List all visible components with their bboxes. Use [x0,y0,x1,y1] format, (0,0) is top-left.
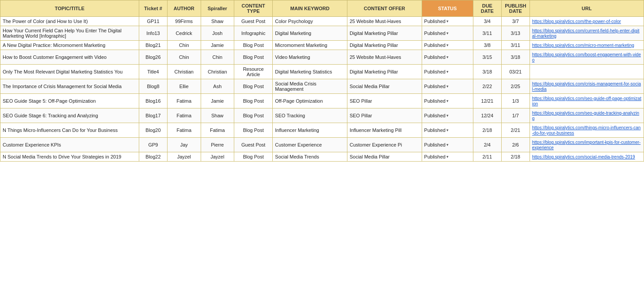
cell-status[interactable]: Published▾ [422,152,473,162]
status-dropdown-arrow[interactable]: ▾ [446,99,449,103]
cell-content-type: Blog Post [234,79,273,94]
cell-due-date: 2/11 [473,152,501,162]
table-row: SEO Guide Stage 6: Tracking and Analyzin… [0,108,644,123]
status-dropdown-arrow[interactable]: ▾ [446,43,449,47]
cell-url[interactable]: https://blog.spiralytics.com/crisis-mana… [530,79,644,94]
table-row: A New Digital Practice: Micromoment Mark… [0,41,644,50]
cell-content-type: Blog Post [234,152,273,162]
cell-url[interactable]: https://blog.spiralytics.com/current-fie… [530,26,644,41]
cell-url[interactable]: https://blog.spiralytics.com/seo-guide-t… [530,108,644,123]
url-link[interactable]: https://blog.spiralytics.com/things-micr… [532,125,641,135]
cell-url[interactable]: https://blog.spiralytics.com/boost-engag… [530,50,644,65]
cell-author: Fatima [167,123,201,138]
url-link[interactable]: https://blog.spiralytics.com/the-power-o… [532,19,621,24]
table-row: N Things Micro-Influencers Can Do for Yo… [0,123,644,138]
status-dropdown-arrow[interactable]: ▾ [446,155,449,159]
cell-content-offer: Social Media Pillar [347,152,422,162]
cell-content-offer: 25 Website Must-Haves [347,50,422,65]
cell-content-offer: Social Media Pillar [347,79,422,94]
status-dropdown-arrow[interactable]: ▾ [446,143,449,147]
cell-spiraller: Fatima [201,123,234,138]
cell-content-offer: Digital Marketing Pillar [347,41,422,50]
cell-spiraller: Shaw [201,108,234,123]
cell-status[interactable]: Published▾ [422,26,473,41]
cell-content-offer: Digital Marketing Pillar [347,65,422,79]
cell-ticket: GP11 [139,17,167,26]
cell-status[interactable]: Published▾ [422,138,473,152]
cell-main-keyword: Digital Marketing Statistics [273,65,347,79]
cell-status[interactable]: Published▾ [422,50,473,65]
cell-content-offer: Digital Marketing Pillar [347,26,422,41]
cell-due-date: 12/21 [473,94,501,108]
status-dropdown-arrow[interactable]: ▾ [446,128,449,132]
cell-content-offer: SEO Pillar [347,108,422,123]
cell-author: Cedrick [167,26,201,41]
cell-topic: N Social Media Trends to Drive Your Stra… [0,152,139,162]
cell-author: Jay [167,138,201,152]
cell-status[interactable]: Published▾ [422,17,473,26]
status-dropdown-arrow[interactable]: ▾ [446,55,449,59]
cell-main-keyword: Influencer Marketing [273,123,347,138]
url-link[interactable]: https://blog.spiralytics.com/crisis-mana… [532,81,641,92]
cell-author: Chin [167,41,201,50]
cell-content-type: Blog Post [234,123,273,138]
cell-author: Fatima [167,108,201,123]
cell-spiraller: Chin [201,50,234,65]
table-header-row: TOPIC/TITLE Ticket # AUTHOR Spiraller CO… [0,0,644,17]
cell-content-type: Blog Post [234,50,273,65]
table-row: N Social Media Trends to Drive Your Stra… [0,152,644,162]
cell-url[interactable]: https://blog.spiralytics.com/micro-momen… [530,41,644,50]
table-row: SEO Guide Stage 5: Off-Page Optimization… [0,94,644,108]
url-link[interactable]: https://blog.spiralytics.com/current-fie… [532,28,640,39]
cell-author: Ellie [167,79,201,94]
cell-due-date: 3/11 [473,26,501,41]
status-dropdown-arrow[interactable]: ▾ [446,70,449,74]
cell-topic: The Importance of Crisis Management for … [0,79,139,94]
status-dropdown-arrow[interactable]: ▾ [446,19,449,23]
url-link[interactable]: https://blog.spiralytics.com/important-k… [532,140,641,150]
table-row: Customer Experience KPIsGP9JayPierreGues… [0,138,644,152]
cell-publish-date: 03/21 [501,65,530,79]
status-dropdown-arrow[interactable]: ▾ [446,31,449,35]
cell-status[interactable]: Published▾ [422,65,473,79]
cell-url[interactable]: https://blog.spiralytics.com/the-power-o… [530,17,644,26]
url-link[interactable]: https://blog.spiralytics.com/seo-guide-o… [532,96,641,106]
cell-status[interactable]: Published▾ [422,79,473,94]
table-row: Only The Most Relevant Digital Marketing… [0,65,644,79]
cell-topic: SEO Guide Stage 6: Tracking and Analyzin… [0,108,139,123]
cell-publish-date: 2/6 [501,138,530,152]
cell-publish-date: 1/3 [501,94,530,108]
cell-status[interactable]: Published▾ [422,41,473,50]
cell-publish-date: 2/25 [501,79,530,94]
url-link[interactable]: https://blog.spiralytics.com/micro-momen… [532,43,634,48]
url-link[interactable]: https://blog.spiralytics.com/seo-guide-t… [532,111,639,121]
cell-status[interactable]: Published▾ [422,108,473,123]
header-status: STATUS [422,0,473,17]
url-link[interactable]: https://blog.spiralytics.com/social-medi… [532,155,635,159]
cell-publish-date: 2/18 [501,152,530,162]
cell-content-offer: Influencer Marketing Pill [347,123,422,138]
cell-publish-date: 3/18 [501,50,530,65]
cell-url[interactable] [530,65,644,79]
cell-due-date: 2/4 [473,138,501,152]
status-dropdown-arrow[interactable]: ▾ [446,113,449,118]
status-text: Published [424,43,446,48]
cell-topic: Customer Experience KPIs [0,138,139,152]
status-dropdown-arrow[interactable]: ▾ [446,84,449,89]
cell-url[interactable]: https://blog.spiralytics.com/seo-guide-o… [530,94,644,108]
cell-url[interactable]: https://blog.spiralytics.com/important-k… [530,138,644,152]
cell-url[interactable]: https://blog.spiralytics.com/social-medi… [530,152,644,162]
cell-content-offer: 25 Website Must-Haves [347,17,422,26]
cell-main-keyword: Social Media Crisis Management [273,79,347,94]
cell-spiraller: Pierre [201,138,234,152]
cell-author: 99Firms [167,17,201,26]
cell-status[interactable]: Published▾ [422,123,473,138]
url-link[interactable]: https://blog.spiralytics.com/boost-engag… [532,52,641,62]
cell-url[interactable]: https://blog.spiralytics.com/things-micr… [530,123,644,138]
status-text: Published [424,154,446,159]
table-row: The Power of Color (and How to Use It)GP… [0,17,644,26]
cell-author: Christian [167,65,201,79]
cell-spiraller: Jamie [201,94,234,108]
status-text: Published [424,113,446,118]
cell-status[interactable]: Published▾ [422,94,473,108]
